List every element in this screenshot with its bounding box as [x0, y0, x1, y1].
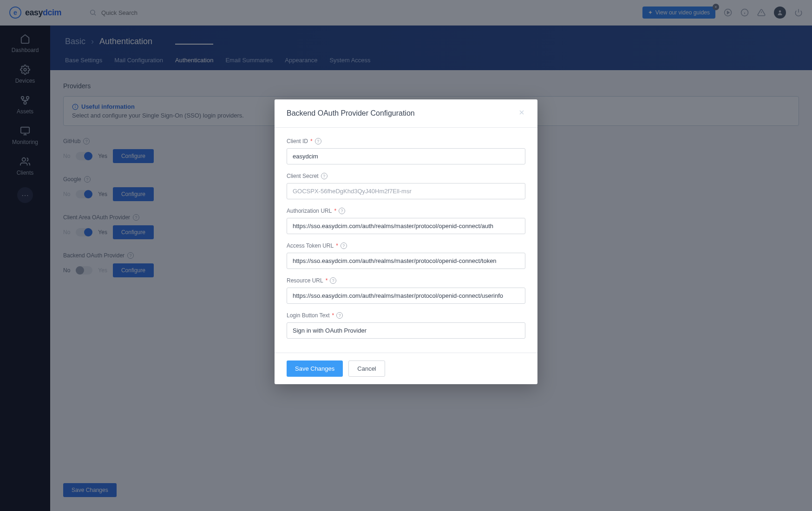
help-icon[interactable]: ? — [341, 242, 347, 249]
field-label: Access Token URL — [287, 242, 334, 249]
token-url-input[interactable] — [287, 253, 525, 269]
modal-title: Backend OAuth Provider Configuration — [287, 109, 415, 118]
required-icon: * — [332, 312, 334, 319]
field-token-url: Access Token URL*? — [287, 242, 525, 269]
oauth-config-modal: Backend OAuth Provider Configuration Cli… — [275, 99, 537, 384]
login-text-input[interactable] — [287, 322, 525, 339]
modal-body: Client ID*? Client Secret? Authorization… — [275, 128, 537, 353]
required-icon: * — [334, 208, 336, 214]
modal-header: Backend OAuth Provider Configuration — [275, 99, 537, 128]
required-icon: * — [310, 138, 313, 144]
field-auth-url: Authorization URL*? — [287, 208, 525, 234]
modal-close-button[interactable] — [518, 109, 525, 118]
help-icon[interactable]: ? — [315, 138, 321, 144]
client-id-input[interactable] — [287, 148, 525, 164]
field-client-secret: Client Secret? — [287, 173, 525, 199]
modal-save-button[interactable]: Save Changes — [287, 360, 343, 377]
field-resource-url: Resource URL*? — [287, 277, 525, 304]
field-label: Client Secret — [287, 173, 319, 179]
field-login-text: Login Button Text*? — [287, 312, 525, 339]
help-icon[interactable]: ? — [339, 208, 345, 214]
close-icon — [518, 109, 525, 116]
field-label: Authorization URL — [287, 208, 332, 214]
auth-url-input[interactable] — [287, 218, 525, 234]
modal-footer: Save Changes Cancel — [275, 353, 537, 384]
client-secret-input[interactable] — [287, 183, 525, 199]
help-icon[interactable]: ? — [321, 173, 327, 179]
required-icon: * — [326, 277, 328, 284]
field-client-id: Client ID*? — [287, 138, 525, 164]
help-icon[interactable]: ? — [330, 277, 336, 284]
resource-url-input[interactable] — [287, 288, 525, 304]
field-label: Login Button Text — [287, 312, 330, 319]
help-icon[interactable]: ? — [336, 312, 343, 319]
modal-cancel-button[interactable]: Cancel — [348, 360, 385, 377]
field-label: Client ID — [287, 138, 308, 144]
field-label: Resource URL — [287, 277, 323, 284]
required-icon: * — [336, 242, 338, 249]
